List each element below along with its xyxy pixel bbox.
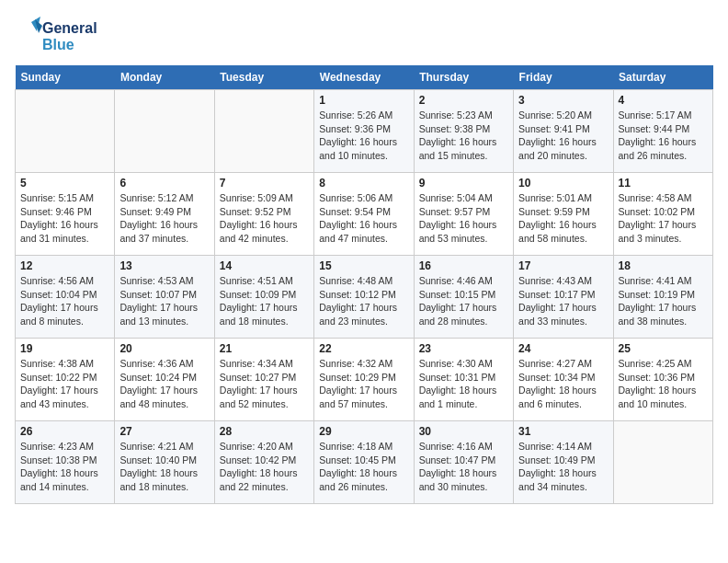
day-content: Sunrise: 5:26 AM Sunset: 9:36 PM Dayligh…	[319, 109, 408, 163]
calendar-cell: 2Sunrise: 5:23 AM Sunset: 9:38 PM Daylig…	[414, 90, 513, 173]
day-number: 27	[119, 425, 209, 438]
day-number: 6	[119, 177, 209, 190]
weekday-header-thursday: Thursday	[414, 65, 513, 90]
calendar-cell: 12Sunrise: 4:56 AM Sunset: 10:04 PM Dayl…	[16, 256, 115, 339]
day-content: Sunrise: 4:46 AM Sunset: 10:15 PM Daylig…	[419, 274, 508, 328]
day-number: 14	[220, 259, 309, 272]
day-content: Sunrise: 4:30 AM Sunset: 10:31 PM Daylig…	[419, 357, 508, 411]
day-content: Sunrise: 4:53 AM Sunset: 10:07 PM Daylig…	[119, 274, 209, 328]
day-number: 2	[419, 94, 508, 107]
logo-image: GeneralBlue	[15, 15, 97, 56]
calendar-cell: 8Sunrise: 5:06 AM Sunset: 9:54 PM Daylig…	[314, 173, 414, 256]
weekday-header-monday: Monday	[115, 65, 214, 90]
day-number: 24	[518, 342, 608, 355]
day-content: Sunrise: 5:15 AM Sunset: 9:46 PM Dayligh…	[20, 191, 109, 246]
day-content: Sunrise: 4:18 AM Sunset: 10:45 PM Daylig…	[319, 440, 408, 494]
day-content: Sunrise: 4:43 AM Sunset: 10:17 PM Daylig…	[518, 274, 608, 328]
svg-text:Blue: Blue	[42, 37, 74, 52]
calendar-cell: 6Sunrise: 5:12 AM Sunset: 9:49 PM Daylig…	[115, 173, 214, 256]
day-content: Sunrise: 4:21 AM Sunset: 10:40 PM Daylig…	[119, 440, 209, 494]
day-number: 23	[419, 342, 508, 355]
day-content: Sunrise: 5:01 AM Sunset: 9:59 PM Dayligh…	[518, 191, 608, 246]
calendar-cell: 19Sunrise: 4:38 AM Sunset: 10:22 PM Dayl…	[16, 339, 115, 421]
calendar-cell: 25Sunrise: 4:25 AM Sunset: 10:36 PM Dayl…	[613, 339, 712, 421]
calendar-cell: 24Sunrise: 4:27 AM Sunset: 10:34 PM Dayl…	[514, 339, 613, 421]
day-content: Sunrise: 4:25 AM Sunset: 10:36 PM Daylig…	[619, 357, 708, 411]
day-content: Sunrise: 5:23 AM Sunset: 9:38 PM Dayligh…	[419, 109, 508, 163]
day-number: 30	[419, 425, 508, 438]
week-row-5: 26Sunrise: 4:23 AM Sunset: 10:38 PM Dayl…	[16, 421, 713, 504]
weekday-header-tuesday: Tuesday	[214, 65, 313, 90]
day-number: 5	[20, 177, 109, 190]
calendar-cell: 22Sunrise: 4:32 AM Sunset: 10:29 PM Dayl…	[314, 339, 414, 421]
day-content: Sunrise: 4:38 AM Sunset: 10:22 PM Daylig…	[20, 357, 109, 411]
week-row-4: 19Sunrise: 4:38 AM Sunset: 10:22 PM Dayl…	[16, 339, 713, 421]
calendar-cell	[115, 90, 214, 173]
calendar-cell	[16, 90, 115, 173]
day-content: Sunrise: 5:12 AM Sunset: 9:49 PM Dayligh…	[119, 191, 209, 246]
week-row-3: 12Sunrise: 4:56 AM Sunset: 10:04 PM Dayl…	[16, 256, 713, 339]
day-number: 22	[319, 342, 408, 355]
calendar-cell: 23Sunrise: 4:30 AM Sunset: 10:31 PM Dayl…	[414, 339, 513, 421]
day-number: 9	[419, 177, 508, 190]
day-number: 12	[20, 259, 109, 272]
day-content: Sunrise: 5:04 AM Sunset: 9:57 PM Dayligh…	[419, 191, 508, 246]
day-number: 20	[119, 342, 209, 355]
day-content: Sunrise: 4:34 AM Sunset: 10:27 PM Daylig…	[220, 357, 309, 411]
day-number: 26	[20, 425, 109, 438]
calendar-cell: 1Sunrise: 5:26 AM Sunset: 9:36 PM Daylig…	[314, 90, 414, 173]
day-number: 25	[619, 342, 708, 355]
calendar-cell: 20Sunrise: 4:36 AM Sunset: 10:24 PM Dayl…	[115, 339, 214, 421]
day-content: Sunrise: 4:20 AM Sunset: 10:42 PM Daylig…	[220, 440, 309, 494]
calendar-cell: 5Sunrise: 5:15 AM Sunset: 9:46 PM Daylig…	[16, 173, 115, 256]
day-content: Sunrise: 4:27 AM Sunset: 10:34 PM Daylig…	[518, 357, 608, 411]
logo: GeneralBlue	[15, 15, 97, 56]
calendar-cell: 26Sunrise: 4:23 AM Sunset: 10:38 PM Dayl…	[16, 421, 115, 504]
day-content: Sunrise: 5:09 AM Sunset: 9:52 PM Dayligh…	[220, 191, 309, 246]
day-content: Sunrise: 4:36 AM Sunset: 10:24 PM Daylig…	[119, 357, 209, 411]
weekday-header-saturday: Saturday	[613, 65, 712, 90]
day-content: Sunrise: 5:06 AM Sunset: 9:54 PM Dayligh…	[319, 191, 408, 246]
weekday-header-row: SundayMondayTuesdayWednesdayThursdayFrid…	[16, 65, 713, 90]
calendar-cell: 7Sunrise: 5:09 AM Sunset: 9:52 PM Daylig…	[214, 173, 313, 256]
calendar-cell: 29Sunrise: 4:18 AM Sunset: 10:45 PM Dayl…	[314, 421, 414, 504]
calendar-cell: 30Sunrise: 4:16 AM Sunset: 10:47 PM Dayl…	[414, 421, 513, 504]
calendar-cell: 18Sunrise: 4:41 AM Sunset: 10:19 PM Dayl…	[613, 256, 712, 339]
day-number: 15	[319, 259, 408, 272]
week-row-2: 5Sunrise: 5:15 AM Sunset: 9:46 PM Daylig…	[16, 173, 713, 256]
day-number: 4	[619, 94, 708, 107]
calendar-cell: 21Sunrise: 4:34 AM Sunset: 10:27 PM Dayl…	[214, 339, 313, 421]
day-content: Sunrise: 4:41 AM Sunset: 10:19 PM Daylig…	[619, 274, 708, 328]
day-number: 29	[319, 425, 408, 438]
header: GeneralBlue	[15, 15, 713, 56]
day-content: Sunrise: 4:16 AM Sunset: 10:47 PM Daylig…	[419, 440, 508, 494]
day-number: 31	[518, 425, 608, 438]
day-content: Sunrise: 5:20 AM Sunset: 9:41 PM Dayligh…	[518, 109, 608, 163]
calendar-cell: 14Sunrise: 4:51 AM Sunset: 10:09 PM Dayl…	[214, 256, 313, 339]
calendar-cell	[214, 90, 313, 173]
weekday-header-sunday: Sunday	[16, 65, 115, 90]
calendar-cell: 15Sunrise: 4:48 AM Sunset: 10:12 PM Dayl…	[314, 256, 414, 339]
day-number: 16	[419, 259, 508, 272]
day-number: 8	[319, 177, 408, 190]
day-content: Sunrise: 4:14 AM Sunset: 10:49 PM Daylig…	[518, 440, 608, 494]
day-content: Sunrise: 4:32 AM Sunset: 10:29 PM Daylig…	[319, 357, 408, 411]
calendar-cell: 31Sunrise: 4:14 AM Sunset: 10:49 PM Dayl…	[514, 421, 613, 504]
weekday-header-wednesday: Wednesday	[314, 65, 414, 90]
day-content: Sunrise: 4:48 AM Sunset: 10:12 PM Daylig…	[319, 274, 408, 328]
calendar-cell: 3Sunrise: 5:20 AM Sunset: 9:41 PM Daylig…	[514, 90, 613, 173]
day-content: Sunrise: 5:17 AM Sunset: 9:44 PM Dayligh…	[619, 109, 708, 163]
day-number: 3	[518, 94, 608, 107]
day-content: Sunrise: 4:58 AM Sunset: 10:02 PM Daylig…	[619, 191, 708, 246]
calendar-cell	[613, 421, 712, 504]
calendar-cell: 16Sunrise: 4:46 AM Sunset: 10:15 PM Dayl…	[414, 256, 513, 339]
calendar-cell: 11Sunrise: 4:58 AM Sunset: 10:02 PM Dayl…	[613, 173, 712, 256]
calendar-table: SundayMondayTuesdayWednesdayThursdayFrid…	[15, 65, 713, 504]
calendar-cell: 27Sunrise: 4:21 AM Sunset: 10:40 PM Dayl…	[115, 421, 214, 504]
svg-text:General: General	[42, 20, 97, 36]
calendar-cell: 4Sunrise: 5:17 AM Sunset: 9:44 PM Daylig…	[613, 90, 712, 173]
day-number: 21	[220, 342, 309, 355]
day-number: 7	[220, 177, 309, 190]
day-number: 11	[619, 177, 708, 190]
calendar-cell: 28Sunrise: 4:20 AM Sunset: 10:42 PM Dayl…	[214, 421, 313, 504]
